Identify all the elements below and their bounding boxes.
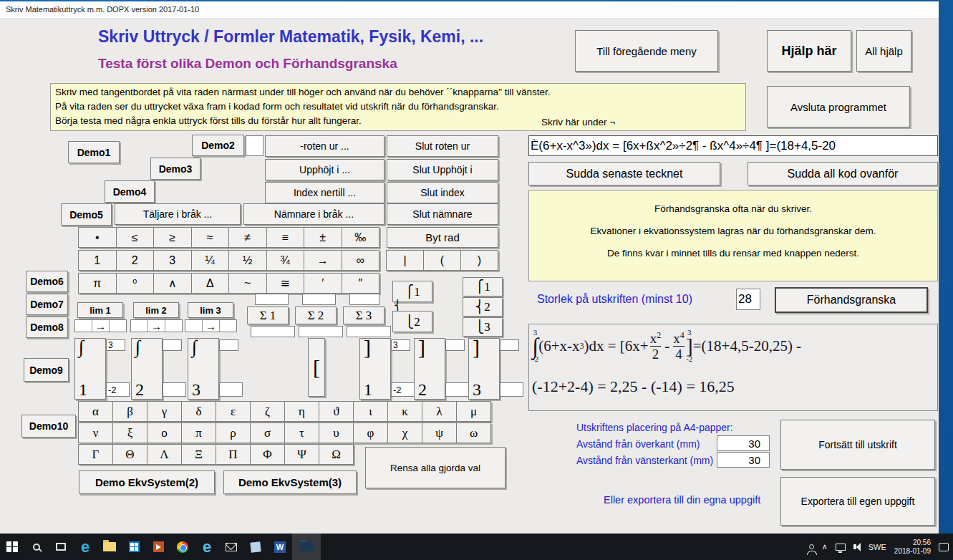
- delete-all-code-button[interactable]: Sudda all kod ovanför: [748, 162, 938, 185]
- integral-lower-box[interactable]: [219, 382, 243, 397]
- greek-letter-button[interactable]: λ: [422, 401, 457, 422]
- bracket-button[interactable]: ): [460, 250, 498, 271]
- bracket-lower-box[interactable]: [445, 382, 469, 397]
- symbol-button[interactable]: Δ: [191, 273, 230, 294]
- symbol-button[interactable]: ≅: [266, 273, 305, 294]
- left-bracket-button[interactable]: [: [308, 338, 325, 397]
- symbol-button[interactable]: ≈: [191, 227, 230, 248]
- greek-letter-button[interactable]: γ: [147, 401, 182, 422]
- integral-button[interactable]: ∫ 1: [74, 338, 106, 400]
- greek-letter-button[interactable]: Θ: [112, 444, 147, 465]
- movies-tv-taskbar-item[interactable]: [146, 534, 170, 560]
- end-power-button[interactable]: Slut Upphöjt i: [387, 159, 498, 180]
- greek-letter-button[interactable]: ο: [147, 423, 182, 443]
- demo4-button[interactable]: Demo4: [105, 180, 155, 203]
- root-button[interactable]: -roten ur ...: [265, 135, 384, 157]
- lim3-button[interactable]: lim 3: [188, 302, 233, 318]
- bracket-upper-box[interactable]: [500, 339, 519, 351]
- start-button[interactable]: [0, 534, 24, 560]
- demo7-button[interactable]: Demo7: [26, 294, 68, 315]
- sigma2-lower-box[interactable]: [299, 326, 343, 337]
- greek-letter-button[interactable]: ι: [353, 401, 388, 422]
- demo5-button[interactable]: Demo5: [61, 203, 112, 226]
- symbol-button[interactable]: ~: [228, 273, 267, 294]
- edge-taskbar-item[interactable]: e: [73, 534, 97, 560]
- greek-letter-button[interactable]: Ψ: [284, 444, 319, 465]
- symbol-button[interactable]: ∧: [153, 273, 192, 294]
- integral-upper-box[interactable]: [219, 339, 238, 351]
- exit-program-button[interactable]: Avsluta programmet: [767, 86, 910, 127]
- symbol-button[interactable]: ½: [228, 250, 267, 271]
- sigma1-lower-box[interactable]: [251, 326, 295, 337]
- greek-letter-button[interactable]: ε: [216, 401, 251, 422]
- active-app-taskbar-item[interactable]: [292, 534, 321, 560]
- greek-letter-button[interactable]: π: [181, 423, 216, 443]
- greek-letter-button[interactable]: η: [284, 401, 319, 422]
- sigma1-upper-box[interactable]: [255, 294, 289, 305]
- integral-button[interactable]: ∫ 3: [188, 338, 219, 400]
- eqsys3-mid-button[interactable]: ⎨2: [463, 297, 503, 317]
- greek-letter-button[interactable]: κ: [387, 401, 422, 422]
- end-subscript-button[interactable]: Slut index: [387, 182, 498, 203]
- denominator-button[interactable]: Nämnare i bråk ...: [243, 203, 384, 225]
- action-center-icon[interactable]: [939, 543, 949, 551]
- demo2-button[interactable]: Demo2: [192, 135, 244, 156]
- all-help-button[interactable]: All hjälp: [856, 30, 911, 72]
- greek-letter-button[interactable]: Λ: [147, 444, 182, 465]
- lim3-var-box[interactable]: [185, 320, 203, 332]
- preview-button[interactable]: Förhandsgranska: [775, 287, 928, 313]
- symbol-button[interactable]: π: [78, 273, 117, 294]
- integral-upper-box[interactable]: 3: [106, 339, 125, 351]
- sigma3-button[interactable]: Σ 3: [343, 306, 384, 324]
- bracket-button[interactable]: |: [386, 250, 424, 271]
- greek-letter-button[interactable]: υ: [319, 423, 354, 443]
- small-entry-box[interactable]: [246, 135, 263, 156]
- clock[interactable]: 20:56 2018-01-09: [894, 539, 931, 556]
- greek-letter-button[interactable]: α: [78, 401, 113, 422]
- right-bracket-button[interactable]: ] 2: [414, 338, 445, 400]
- demo-eqsys2-button[interactable]: Demo EkvSystem(2): [79, 470, 215, 494]
- word-taskbar-item[interactable]: [268, 534, 292, 560]
- integral-lower-box[interactable]: [163, 382, 186, 397]
- file-explorer-taskbar-item[interactable]: [97, 534, 122, 560]
- sigma2-upper-box[interactable]: [302, 294, 336, 305]
- eqsys3-top-button[interactable]: ⎧1: [463, 277, 503, 296]
- symbol-button[interactable]: →: [304, 250, 342, 271]
- greek-letter-button[interactable]: β: [112, 401, 147, 422]
- greek-letter-button[interactable]: Γ: [78, 444, 113, 465]
- greek-letter-button[interactable]: φ: [353, 423, 388, 443]
- right-bracket-button[interactable]: ] 1: [359, 338, 391, 400]
- greek-letter-button[interactable]: ω: [456, 423, 491, 443]
- store-taskbar-item[interactable]: [122, 534, 146, 560]
- sigma2-button[interactable]: Σ 2: [295, 306, 337, 324]
- demo3-button[interactable]: Demo3: [150, 158, 200, 180]
- symbol-button[interactable]: 3: [153, 250, 192, 271]
- integral-upper-box[interactable]: [163, 339, 182, 351]
- mail-taskbar-item[interactable]: [219, 534, 243, 560]
- integral-button[interactable]: ∫ 2: [131, 338, 163, 400]
- greek-letter-button[interactable]: ξ: [112, 423, 147, 443]
- demo9-button[interactable]: Demo9: [24, 358, 69, 382]
- sigma3-upper-box[interactable]: [349, 294, 379, 305]
- greek-letter-button[interactable]: τ: [284, 423, 319, 443]
- symbol-button[interactable]: ≡: [266, 227, 305, 248]
- greek-letter-button[interactable]: δ: [181, 401, 216, 422]
- greek-letter-button[interactable]: ρ: [216, 423, 251, 443]
- integral-lower-box[interactable]: -2: [106, 382, 130, 397]
- demo1-button[interactable]: Demo1: [68, 141, 120, 163]
- photos-taskbar-item[interactable]: [243, 534, 268, 560]
- numerator-button[interactable]: Täljare i bråk ...: [115, 203, 241, 225]
- chrome-taskbar-item[interactable]: [170, 534, 195, 560]
- symbol-button[interactable]: ⁰: [116, 273, 155, 294]
- power-button[interactable]: Upphöjt i ...: [265, 159, 384, 180]
- internet-explorer-taskbar-item[interactable]: e: [195, 534, 219, 560]
- sigma1-button[interactable]: Σ 1: [247, 306, 289, 324]
- symbol-button[interactable]: ∞: [342, 250, 380, 271]
- bracket-lower-box[interactable]: -2: [391, 382, 415, 397]
- greek-letter-button[interactable]: μ: [456, 401, 491, 422]
- lim2-var-box[interactable]: [131, 320, 148, 332]
- demo8-button[interactable]: Demo8: [26, 317, 68, 338]
- symbol-button[interactable]: ±: [304, 227, 342, 248]
- speaker-icon[interactable]: [853, 543, 861, 551]
- code-input[interactable]: [528, 135, 938, 156]
